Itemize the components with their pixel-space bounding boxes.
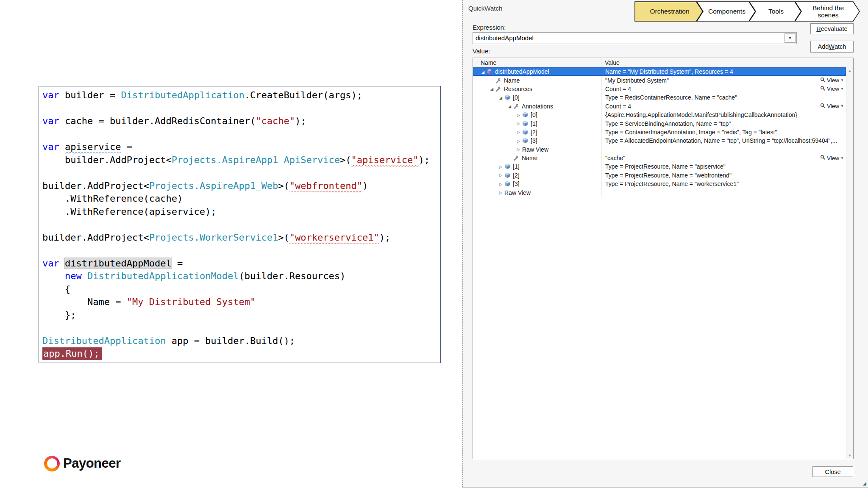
code-line (42, 218, 437, 231)
add-watch-button[interactable]: Add Watch (810, 41, 854, 53)
row-value-cell: "My Distributed System"View▼ (601, 76, 846, 84)
cube-icon (522, 138, 529, 144)
watch-row[interactable]: ▷[3]Type = ProjectResource, Name = "work… (473, 180, 846, 188)
collapse-toggle-icon[interactable]: ◢ (489, 86, 495, 91)
expand-toggle-icon[interactable]: ▷ (498, 182, 504, 186)
code-token: var (42, 90, 59, 100)
row-value: Type = ProjectResource, Name = "workerse… (605, 180, 739, 187)
expand-toggle-icon[interactable]: ▷ (498, 173, 504, 177)
payoneer-logo-icon (44, 456, 60, 471)
reevaluate-button[interactable]: Reevaluate (810, 23, 854, 34)
scrollbar[interactable]: ▲ ▼ (846, 67, 853, 459)
resize-grip[interactable]: ◢ (863, 481, 866, 486)
code-line: app.Run(); (42, 347, 437, 360)
code-line: .WithReference(apiservice); (42, 205, 437, 219)
row-name-cell: ◢Resources (473, 86, 601, 92)
close-button[interactable]: Close (812, 466, 853, 477)
expand-toggle-icon[interactable]: ▷ (515, 130, 522, 134)
code-token: app.Run(); (42, 347, 102, 360)
wrench-icon (513, 155, 520, 161)
column-header-name: Name (473, 58, 601, 67)
tab-label: Tools (749, 1, 801, 22)
magnifier-icon (820, 86, 826, 92)
watch-row[interactable]: ▷[0]{Aspire.Hosting.ApplicationModel.Man… (473, 111, 846, 119)
expand-toggle-icon[interactable]: ▷ (515, 139, 522, 143)
magnifier-icon (820, 103, 826, 110)
expand-toggle-icon[interactable]: ▷ (515, 147, 522, 152)
code-token: ); (418, 155, 430, 165)
expression-combobox[interactable]: distributedAppModel ▼ (473, 32, 797, 44)
view-button[interactable]: View▼ (820, 86, 844, 92)
cube-icon (504, 94, 511, 100)
watch-row[interactable]: ◢[0]Type = RedisContainerResource, Name … (473, 93, 846, 102)
code-token: app = builder.Build(); (166, 336, 295, 346)
watch-row[interactable]: Name"cache"View▼ (473, 154, 846, 162)
expand-toggle-icon[interactable]: ▷ (498, 164, 504, 169)
row-name-cell: ▷[2] (473, 172, 601, 179)
row-value-cell: Type = ServiceBindingAnnotation, Name = … (601, 119, 846, 128)
watch-row[interactable]: ▷[2]Type = ProjectResource, Name = "webf… (473, 171, 846, 180)
code-line: var apiservice = (42, 141, 437, 154)
view-dropdown-arrow-icon[interactable]: ▼ (840, 104, 844, 108)
code-line: builder.AddProject<Projects.AspireApp1_A… (42, 154, 437, 167)
code-token: ); (379, 232, 391, 243)
row-name-cell: ◢Annotations (473, 103, 601, 110)
row-value: "cache" (605, 155, 625, 161)
row-name-cell: ▷[3] (473, 180, 601, 187)
code-snippet: var builder = DistributedApplication.Cre… (39, 86, 441, 363)
row-value: Type = RedisContainerResource, Name = "c… (605, 94, 737, 101)
view-button[interactable]: View▼ (820, 77, 844, 84)
column-header-value: Value (601, 58, 853, 67)
row-name-cell: ▷Raw View (473, 189, 601, 196)
code-line: .WithReference(cache) (42, 192, 437, 205)
watch-row[interactable]: ▷[1]Type = ProjectResource, Name = "apis… (473, 162, 846, 171)
code-token: ); (295, 116, 306, 126)
row-value-cell: Type = ProjectResource, Name = "webfront… (601, 171, 846, 180)
collapse-toggle-icon[interactable]: ◢ (506, 104, 513, 108)
watch-row[interactable]: ◢ResourcesCount = 4View▼ (473, 85, 846, 93)
collapse-toggle-icon[interactable]: ◢ (480, 69, 486, 74)
watch-row[interactable]: Name"My Distributed System"View▼ (473, 76, 846, 84)
combo-dropdown-button[interactable]: ▼ (785, 33, 796, 43)
view-button[interactable]: View▼ (820, 103, 844, 110)
watch-rows: ◢distributedAppModelName = "My Distribut… (473, 67, 846, 459)
row-value-cell: "cache"View▼ (601, 154, 846, 162)
cube-icon (522, 112, 529, 118)
row-value-cell: Name = "My Distributed System", Resource… (601, 67, 846, 76)
view-dropdown-arrow-icon[interactable]: ▼ (840, 156, 844, 160)
row-name: [1] (531, 120, 537, 127)
watch-row[interactable]: ◢AnnotationsCount = 4View▼ (473, 102, 846, 111)
tab-orchestration[interactable]: Orchestration (634, 1, 703, 22)
watch-row[interactable]: ▷Raw View (473, 145, 846, 154)
scroll-down-button[interactable]: ▼ (846, 452, 853, 459)
code-line (42, 102, 437, 115)
tab-behind-the-scenes[interactable]: Behind the scenes (795, 1, 860, 22)
row-value-cell: Type = ContainerImageAnnotation, Image =… (601, 128, 846, 136)
expand-toggle-icon[interactable]: ▷ (515, 121, 522, 126)
expand-toggle-icon[interactable]: ▷ (498, 190, 504, 195)
row-value: Count = 4 (605, 103, 631, 110)
code-token: >( (278, 232, 289, 243)
wrench-icon (513, 103, 520, 109)
expression-input[interactable]: distributedAppModel (473, 33, 784, 44)
view-label: View (827, 155, 839, 161)
scroll-up-button[interactable]: ▲ (846, 67, 853, 74)
row-name-cell: Name (473, 155, 601, 161)
watch-row[interactable]: ▷[3]Type = AllocatedEndpointAnnotation, … (473, 136, 846, 145)
view-dropdown-arrow-icon[interactable]: ▼ (840, 87, 844, 91)
watch-row[interactable]: ▷[2]Type = ContainerImageAnnotation, Ima… (473, 128, 846, 136)
expand-toggle-icon[interactable]: ▷ (515, 113, 522, 117)
view-dropdown-arrow-icon[interactable]: ▼ (840, 78, 844, 82)
watch-row[interactable]: ▷[1]Type = ServiceBindingAnnotation, Nam… (473, 119, 846, 128)
code-token: >( (278, 180, 289, 191)
code-token: .WithReference(cache) (42, 193, 183, 204)
row-name: Name (522, 155, 537, 161)
collapse-toggle-icon[interactable]: ◢ (498, 95, 504, 100)
code-line: Name = "My Distributed System" (42, 296, 437, 309)
tab-components[interactable]: Components (696, 1, 756, 22)
row-name: Raw View (504, 189, 531, 196)
watch-row[interactable]: ▷Raw View (473, 188, 846, 197)
view-button[interactable]: View▼ (820, 155, 844, 161)
watch-row[interactable]: ◢distributedAppModelName = "My Distribut… (473, 67, 846, 76)
tab-tools[interactable]: Tools (749, 1, 801, 22)
